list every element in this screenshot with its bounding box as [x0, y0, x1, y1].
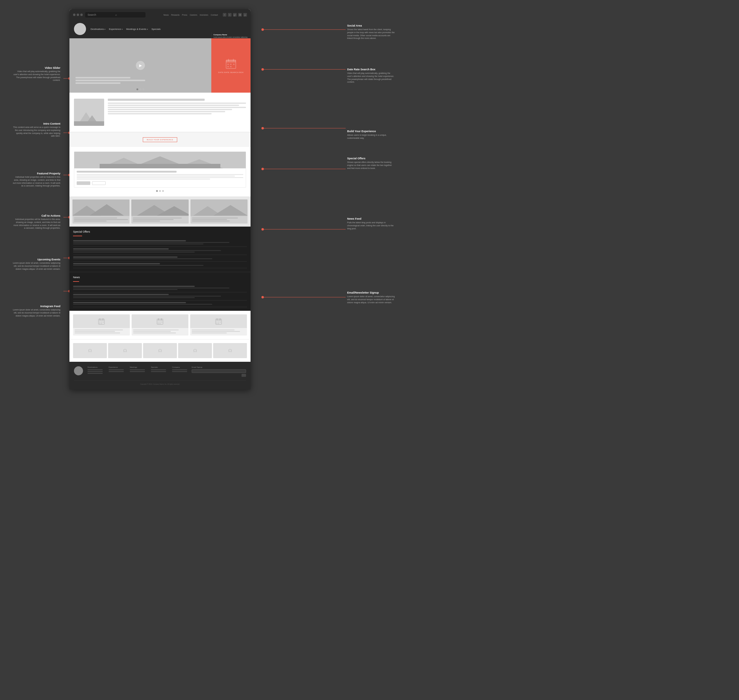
hero-dots — [137, 88, 144, 90]
cta-image-3 — [190, 199, 247, 216]
news-line-3a — [73, 302, 186, 303]
annotation-video-slider: Video Slider Video that will play automa… — [12, 66, 60, 82]
nav-link-contact[interactable]: Contact — [211, 14, 218, 16]
svg-rect-35 — [74, 121, 104, 126]
twitter-icon[interactable]: t — [228, 13, 231, 16]
svg-rect-32 — [230, 66, 231, 67]
chevron-down-icon: ▾ — [147, 28, 148, 30]
cta-line-2b — [133, 219, 173, 220]
cta-mountain-1 — [72, 199, 130, 216]
logo[interactable] — [74, 23, 86, 35]
hero-dot-2[interactable] — [140, 88, 141, 90]
play-button[interactable]: ▶ — [136, 61, 145, 70]
footer-link-exp-1[interactable] — [109, 369, 124, 370]
site-footer: Destinations Experience Meetings — [69, 362, 250, 390]
calendar-icon — [225, 57, 237, 70]
browser-search-bar[interactable]: Search ⌕ — [85, 12, 146, 18]
annotation-build: Build Your Experience Allows users to be… — [347, 130, 396, 140]
footer-submit-button[interactable] — [241, 374, 246, 377]
nav-link-investors[interactable]: Investors — [200, 14, 208, 16]
annotation-daterate-title: Date Rate Search Box — [347, 68, 396, 71]
date-rate-search-box[interactable]: DATE RATE SEARCH BOX — [211, 38, 250, 93]
hero-dot-3[interactable] — [143, 88, 144, 90]
annotation-news-title: News Feed — [347, 217, 396, 220]
footer-navigation: Destinations Experience Meetings — [88, 366, 187, 375]
footer-link-exp-2[interactable] — [109, 371, 124, 372]
annotation-special-offers-title: Special Offers — [347, 157, 396, 160]
nav-experience[interactable]: Experience ▾ — [109, 28, 122, 31]
nav-meetings[interactable]: Meetings & Events ▾ — [126, 28, 148, 31]
svg-rect-28 — [227, 64, 229, 65]
nav-link-press[interactable]: Press — [182, 14, 187, 16]
footer-copyright: Copyright © 2014, Company Name, Inc. All… — [74, 383, 246, 385]
special-offer-item-4 — [73, 262, 247, 268]
googleplus-icon[interactable]: g+ — [233, 13, 237, 16]
footer-link-spec-2[interactable] — [151, 371, 166, 372]
cta-image-2 — [131, 199, 188, 216]
annotation-daterate-desc: Video that will play automatically, grab… — [347, 72, 396, 84]
annotation-events: Upcoming Events Lorem ipsum dolor sit am… — [12, 258, 60, 271]
nav-destinations[interactable]: Destinations ▾ — [91, 28, 105, 31]
svg-rect-75 — [216, 323, 217, 324]
footer-link-comp-1[interactable] — [172, 369, 187, 370]
footer-bottom: Copyright © 2014, Company Name, Inc. All… — [74, 381, 246, 385]
footer-link-3[interactable] — [88, 373, 103, 374]
nav-link-news[interactable]: News — [163, 14, 169, 16]
offer-line-2c — [73, 251, 195, 253]
cta-line-2c — [133, 221, 160, 222]
footer-link-meet-1[interactable] — [130, 369, 145, 370]
build-experience-button[interactable]: BUILD YOUR EXPERIENCE — [143, 137, 177, 142]
offer-line-4b — [73, 265, 203, 266]
nav-link-careers[interactable]: Careers — [190, 14, 197, 16]
intro-line-4 — [108, 109, 232, 110]
event-line-3b — [192, 331, 240, 332]
site-header: Destinations ▾ Experience ▾ Meetings & E… — [69, 20, 250, 38]
hero-dot-1[interactable] — [137, 88, 138, 90]
footer-link-1[interactable] — [88, 369, 103, 370]
featured-dot-1[interactable] — [156, 190, 158, 192]
nav-link-rewards[interactable]: Rewards — [171, 14, 180, 16]
annotation-social-desc: Shows the latest tweet from the client, … — [347, 28, 396, 40]
featured-reserve-button[interactable] — [92, 181, 106, 185]
footer-col-meetings-title: Meetings — [130, 366, 145, 368]
camera-icon-2: ☊ — [123, 348, 127, 353]
pinterest-icon[interactable]: p — [243, 13, 247, 16]
camera-icon-5: ☊ — [228, 348, 232, 353]
svg-rect-65 — [161, 322, 162, 322]
footer-email-input[interactable] — [192, 369, 246, 373]
calendar-icon-3 — [215, 318, 222, 325]
cta-card-2 — [131, 199, 188, 224]
nav-specials[interactable]: Specials — [152, 28, 160, 31]
svg-rect-29 — [230, 64, 231, 65]
footer-link-2[interactable] — [88, 371, 103, 372]
facebook-icon[interactable]: f — [223, 13, 227, 16]
featured-property-section — [69, 147, 250, 196]
footer-link-meet-2[interactable] — [130, 371, 145, 372]
svg-point-3 — [261, 68, 264, 71]
event-card-3 — [190, 315, 247, 335]
footer-link-comp-2[interactable] — [172, 371, 187, 372]
event-line-1b — [75, 331, 115, 332]
footer-col-specials-title: Specials — [151, 366, 166, 368]
featured-dot-2[interactable] — [159, 190, 161, 192]
news-line-2c — [73, 297, 195, 298]
intro-line-5 — [108, 111, 225, 112]
special-offers-section: Special Offers — [69, 226, 250, 272]
calendar-icon-2 — [156, 318, 163, 325]
footer-link-spec-1[interactable] — [151, 369, 166, 370]
special-offer-item-3 — [73, 255, 247, 262]
special-offers-divider — [73, 236, 82, 236]
featured-dot-3[interactable] — [162, 190, 164, 192]
intro-line-3 — [108, 107, 246, 108]
svg-point-7 — [261, 168, 264, 170]
instagram-icon[interactable]: ▧ — [238, 13, 242, 16]
svg-rect-54 — [99, 322, 100, 322]
annotation-video-slider-title: Video Slider — [12, 66, 60, 69]
news-line-2a — [73, 294, 169, 295]
featured-moreinfo-button[interactable] — [77, 181, 90, 185]
instagram-item-5: ☊ — [213, 343, 247, 358]
cta-line-1b — [74, 219, 128, 220]
svg-rect-66 — [158, 323, 159, 324]
footer-col-experience: Experience — [109, 366, 124, 375]
annotation-instagram-title: Instagram Feed — [12, 305, 60, 308]
